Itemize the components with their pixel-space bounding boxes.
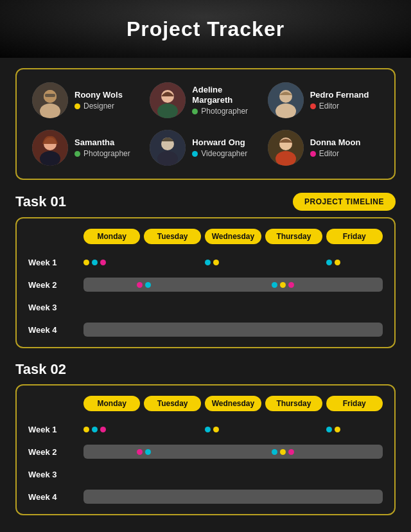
svg-rect-4 — [45, 94, 55, 97]
role-label-pedro: Editor — [319, 102, 339, 111]
task2-week1-label: Week 1 — [28, 425, 80, 434]
role-label-roony: Designer — [83, 102, 114, 111]
task1-week4-label: Week 4 — [28, 325, 80, 335]
task2-week1-wednesday — [205, 420, 261, 438]
member-name-adeline: Adeline Margareth — [192, 85, 261, 105]
member-roony: Roony Wols Designer — [32, 82, 143, 118]
svg-point-19 — [275, 151, 296, 166]
task1-day-monday: Monday — [83, 229, 140, 244]
avatar-samantha — [32, 130, 68, 166]
member-info-samantha: Samantha Photographer — [74, 137, 130, 159]
task1-week2-label: Week 2 — [28, 280, 80, 290]
task2-header: Task 02 — [15, 361, 396, 378]
member-role-samantha: Photographer — [74, 149, 130, 158]
member-info-horward: Horward Ong Videographer — [192, 137, 247, 159]
task2-day-wednesday: Wednesday — [205, 396, 261, 411]
task1-days-row: Monday Tuesday Wednesday Thursday Friday — [28, 229, 383, 244]
task1-days-empty — [28, 229, 80, 244]
task1-week2-dots-tue — [137, 282, 151, 288]
task2-week2-label: Week 2 — [28, 447, 80, 457]
task1-day-thursday: Thursday — [265, 229, 322, 244]
task2-week3: Week 3 — [28, 463, 383, 486]
team-card: Roony Wols Designer Adeline Margareth — [15, 68, 396, 180]
task1-header: Task 01 PROJECT TIMELINE — [15, 193, 396, 211]
task2-week4-label: Week 4 — [28, 492, 80, 502]
task1-week4-bar — [83, 323, 383, 337]
task1-week1-friday — [326, 253, 383, 271]
task1-week3: Week 3 — [28, 296, 383, 319]
role-dot-roony — [74, 103, 80, 109]
task1-day-wednesday: Wednesday — [205, 229, 261, 244]
task2-day-tuesday: Tuesday — [144, 396, 200, 411]
member-donna: Donna Moon Editor — [268, 130, 379, 166]
task2-week3-label: Week 3 — [28, 470, 80, 479]
task1-card: Monday Tuesday Wednesday Thursday Friday… — [15, 217, 396, 348]
role-dot-adeline — [192, 109, 198, 114]
task1-week2-bar — [83, 278, 383, 292]
member-role-roony: Designer — [74, 102, 123, 111]
task2-label: Task 02 — [15, 361, 66, 378]
main-content: Roony Wols Designer Adeline Margareth — [0, 58, 411, 532]
task2-week4: Week 4 — [28, 490, 383, 504]
role-dot-donna — [310, 151, 316, 157]
task1-week2: Week 2 — [28, 278, 383, 292]
task2-week1-friday — [326, 420, 383, 438]
member-name-roony: Roony Wols — [74, 90, 123, 100]
avatar-adeline — [150, 82, 186, 118]
svg-point-2 — [40, 103, 60, 118]
member-pedro: Pedro Fernand Editor — [268, 82, 379, 118]
task2-day-friday: Friday — [326, 396, 383, 411]
task1-week1-wednesday — [205, 253, 261, 271]
member-info-roony: Roony Wols Designer — [74, 90, 123, 111]
member-horward: Horward Ong Videographer — [150, 130, 261, 166]
task1-week3-label: Week 3 — [28, 303, 80, 312]
role-label-adeline: Photographer — [201, 107, 248, 116]
task1-day-tuesday: Tuesday — [144, 229, 200, 244]
member-name-donna: Donna Moon — [310, 137, 361, 148]
member-name-samantha: Samantha — [74, 137, 130, 148]
task1-week1-monday — [83, 253, 140, 271]
member-adeline: Adeline Margareth Photographer — [150, 82, 261, 118]
task2-week1: Week 1 — [28, 418, 383, 441]
role-label-horward: Videographer — [201, 149, 247, 158]
svg-point-7 — [157, 103, 178, 118]
task2-day-thursday: Thursday — [265, 396, 322, 411]
svg-point-16 — [157, 151, 178, 166]
task2-days-row: Monday Tuesday Wednesday Thursday Friday — [28, 396, 383, 411]
avatar-horward — [150, 130, 186, 166]
task2-week2: Week 2 — [28, 445, 383, 459]
task2-card: Monday Tuesday Wednesday Thursday Friday… — [15, 384, 396, 515]
member-role-horward: Videographer — [192, 149, 247, 158]
task1-day-friday: Friday — [326, 229, 383, 244]
task2-day-monday: Monday — [83, 396, 140, 411]
member-name-horward: Horward Ong — [192, 137, 247, 148]
member-samantha: Samantha Photographer — [32, 130, 143, 166]
task1-week1: Week 1 — [28, 251, 383, 274]
member-role-adeline: Photographer — [192, 107, 261, 116]
timeline-button[interactable]: PROJECT TIMELINE — [293, 193, 396, 211]
member-name-pedro: Pedro Fernand — [310, 90, 369, 100]
task1-week2-dots-thu — [272, 282, 294, 288]
member-role-pedro: Editor — [310, 102, 369, 111]
member-info-pedro: Pedro Fernand Editor — [310, 90, 369, 111]
role-dot-pedro — [310, 103, 316, 109]
role-label-donna: Editor — [319, 149, 339, 158]
member-role-donna: Editor — [310, 149, 361, 158]
task1-week1-tuesday — [144, 253, 200, 271]
task1-week1-thursday — [265, 253, 322, 271]
member-info-adeline: Adeline Margareth Photographer — [192, 85, 261, 116]
header: Project Tracker — [0, 0, 411, 58]
role-label-samantha: Photographer — [83, 149, 130, 158]
member-info-donna: Donna Moon Editor — [310, 137, 361, 159]
task1-label: Task 01 — [15, 193, 66, 210]
avatar-pedro — [268, 82, 304, 118]
svg-point-10 — [275, 103, 296, 118]
avatar-donna — [268, 130, 304, 166]
svg-point-13 — [40, 151, 60, 166]
task2-week2-dots-thu — [272, 449, 294, 455]
page-title: Project Tracker — [127, 17, 284, 41]
avatar-roony — [32, 82, 68, 118]
task2-week2-dots-tue — [137, 449, 151, 455]
task1-week4: Week 4 — [28, 323, 383, 337]
task2-week1-tuesday — [144, 420, 200, 438]
